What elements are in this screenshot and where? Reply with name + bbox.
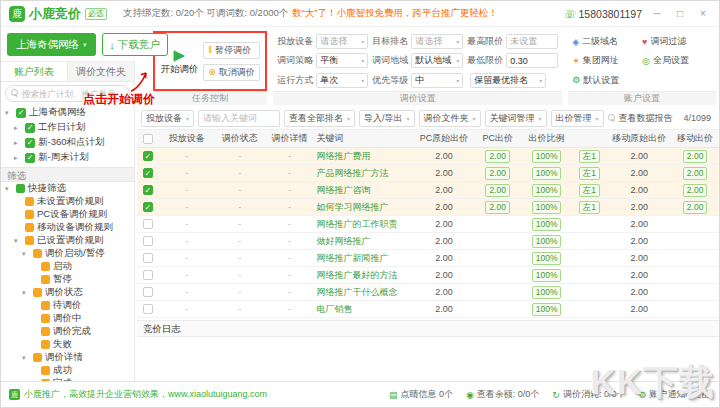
- bid-ratio-chip[interactable]: 100%: [532, 303, 562, 316]
- expand-arrow-icon[interactable]: ▾: [5, 109, 13, 117]
- rank-chip[interactable]: 左1: [579, 150, 600, 163]
- row-checkbox[interactable]: [143, 236, 153, 246]
- row-checkbox[interactable]: [143, 185, 153, 195]
- row-checkbox[interactable]: [143, 151, 153, 161]
- footer-item[interactable]: ↻ 调价消耗: 0/0个: [552, 388, 625, 401]
- select-all-checkbox[interactable]: [143, 134, 153, 144]
- expand-arrow-icon[interactable]: ▸: [14, 154, 22, 162]
- row-checkbox[interactable]: [143, 202, 153, 212]
- bid-ratio-chip[interactable]: 100%: [532, 269, 562, 282]
- table-row[interactable]: - - - 网络推广咨询 2.00 2.00 100% 左1 2.00 2.00: [137, 182, 719, 199]
- tree-item[interactable]: ▸ 新-周末计划: [1, 150, 134, 165]
- expand-arrow-icon[interactable]: ▸: [14, 124, 22, 132]
- filter-item[interactable]: ▾ 调价详情: [1, 351, 134, 364]
- import-export-select[interactable]: 导入/导出▾: [359, 110, 415, 127]
- expand-arrow-icon[interactable]: ▾: [22, 289, 30, 297]
- filter-item[interactable]: 待调价: [1, 299, 134, 312]
- rank-chip[interactable]: 左1: [579, 167, 600, 180]
- table-row[interactable]: - - - 网络推广最好的方法 2.00 100% 2.00: [137, 267, 719, 284]
- keyword-manage-select[interactable]: 关键词管理▾: [485, 110, 547, 127]
- filter-item[interactable]: 启动: [1, 260, 134, 273]
- filter-item[interactable]: 调价完成: [1, 325, 134, 338]
- footer-item[interactable]: ⚙ 账户通知/0提醒: [638, 388, 711, 401]
- tree-item[interactable]: ▸ 工作日计划: [1, 120, 134, 135]
- bid-ratio-chip[interactable]: 100%: [532, 167, 562, 180]
- row-checkbox[interactable]: [143, 253, 153, 263]
- view-report-button[interactable]: 查看数据报告: [608, 112, 673, 125]
- account-setting-link[interactable]: ♥ 调词过滤: [642, 35, 712, 48]
- bid-ratio-chip[interactable]: 100%: [532, 201, 562, 214]
- price-folder-select[interactable]: 调价文件夹▾: [419, 110, 481, 127]
- bid-ratio-chip[interactable]: 100%: [532, 184, 562, 197]
- bid-ratio-chip[interactable]: 100%: [532, 150, 562, 163]
- table-row[interactable]: - - - 网络推广干什么概念 2.00 100% 2.00: [137, 284, 719, 301]
- bid-ratio-chip[interactable]: 100%: [532, 252, 562, 265]
- table-row[interactable]: - - - 做好网络推广 2.00 100% 2.00: [137, 233, 719, 250]
- filter-item[interactable]: 成功: [1, 364, 134, 377]
- table-row[interactable]: - - - 如何学习网络推广 2.00 2.00 100% 左1 2.00 2.…: [137, 199, 719, 216]
- tree-checkbox[interactable]: [16, 108, 26, 118]
- mobile-bid-chip[interactable]: 2.00: [683, 150, 708, 163]
- setting-select[interactable]: 单次 ▾: [316, 73, 368, 88]
- tab-price-folder[interactable]: 调价文件夹: [68, 62, 134, 81]
- expand-arrow-icon[interactable]: ▾: [5, 185, 13, 193]
- download-accounts-button[interactable]: ↓下载竞户: [102, 33, 168, 56]
- pc-bid-chip[interactable]: 2.00: [485, 150, 510, 163]
- tree-checkbox[interactable]: [25, 123, 35, 133]
- bid-ratio-chip[interactable]: 100%: [532, 218, 562, 231]
- tree-checkbox[interactable]: [25, 153, 35, 163]
- bid-ratio-chip[interactable]: 100%: [532, 235, 562, 248]
- filter-item[interactable]: ▾ 快捷筛选: [1, 182, 134, 195]
- filter-item[interactable]: 暂停: [1, 273, 134, 286]
- footer-item[interactable]: ▤ 点睛信息 0个: [389, 388, 453, 401]
- row-checkbox[interactable]: [143, 219, 153, 229]
- pc-bid-chip[interactable]: 2.00: [485, 167, 510, 180]
- row-checkbox[interactable]: [143, 304, 153, 314]
- bid-ratio-chip[interactable]: 100%: [532, 286, 562, 299]
- filter-item[interactable]: ▾ 调价状态: [1, 286, 134, 299]
- account-setting-link[interactable]: ⚙ 默认设置: [572, 74, 642, 87]
- mobile-bid-chip[interactable]: 2.00: [683, 167, 708, 180]
- table-row[interactable]: - - - 网络推广费用 2.00 2.00 100% 左1 2.00 2.00: [137, 148, 719, 165]
- expand-arrow-icon[interactable]: ▾: [22, 250, 30, 258]
- tab-account-list[interactable]: 账户列表: [1, 62, 68, 81]
- bid-log-header[interactable]: 竞价日志: [137, 320, 719, 337]
- expand-arrow-icon[interactable]: ▸: [14, 139, 22, 147]
- pc-bid-chip[interactable]: 2.00: [485, 184, 510, 197]
- filter-item[interactable]: 失败: [1, 338, 134, 351]
- footer-item[interactable]: ◉ 查看余额: 0/0个: [466, 388, 539, 401]
- pc-bid-chip[interactable]: 2.00: [485, 201, 510, 214]
- setting-select[interactable]: 0.30 ▾: [506, 53, 558, 68]
- filter-item[interactable]: PC设备调价规则: [1, 208, 134, 221]
- tree-checkbox[interactable]: [25, 138, 35, 148]
- account-switcher-button[interactable]: 上海奇偶网络▾: [7, 33, 96, 56]
- titlebar-promo[interactable]: 数“大”了！小鹿智投免费用，跨平台推广更轻松！: [292, 7, 498, 20]
- pause-bidding-button[interactable]: Ⅱ暂停调价: [203, 42, 260, 59]
- keyword-search-input[interactable]: [198, 110, 280, 127]
- row-checkbox[interactable]: [143, 287, 153, 297]
- setting-select[interactable]: 未设置 ▾: [506, 34, 558, 49]
- filter-item[interactable]: 移动设备调价规则: [1, 221, 134, 234]
- account-setting-link[interactable]: ✦ 集团网址: [572, 54, 642, 67]
- mobile-bid-chip[interactable]: 2.00: [683, 201, 708, 214]
- table-row[interactable]: - - - 网络推广新闻推广 2.00 100% 2.00: [137, 250, 719, 267]
- filter-item[interactable]: ▾ 调价启动/暂停: [1, 247, 134, 260]
- setting-select[interactable]: 默认地域 ▾: [411, 53, 463, 68]
- cancel-bidding-button[interactable]: ⊗取消调价: [203, 64, 260, 81]
- table-row[interactable]: - - - 网络推广的工作职责 2.00 100% 2.00: [137, 216, 719, 233]
- table-row[interactable]: - - - 产品网络推广方法 2.00 2.00 100% 左1 2.00 2.…: [137, 165, 719, 182]
- expand-arrow-icon[interactable]: ▾: [22, 354, 30, 362]
- mobile-bid-chip[interactable]: 2.00: [683, 184, 708, 197]
- row-checkbox[interactable]: [143, 270, 153, 280]
- rank-chip[interactable]: 左1: [579, 201, 600, 214]
- filter-item[interactable]: ▾ 已设置调价规则: [1, 234, 134, 247]
- row-checkbox[interactable]: [143, 168, 153, 178]
- table-row[interactable]: - - - 电厂销售 2.00 100% 2.00: [137, 301, 719, 318]
- setting-select[interactable]: 请选择 ▾: [411, 34, 463, 49]
- device-filter-select[interactable]: 投放设备▾: [141, 110, 194, 127]
- account-setting-link[interactable]: ◎ 全局设置: [642, 54, 712, 67]
- rank-filter-select[interactable]: 查看全部排名▾: [284, 110, 355, 127]
- rank-chip[interactable]: 左1: [579, 184, 600, 197]
- close-button[interactable]: ×: [695, 8, 711, 19]
- setting-select[interactable]: 中 ▾: [411, 73, 463, 88]
